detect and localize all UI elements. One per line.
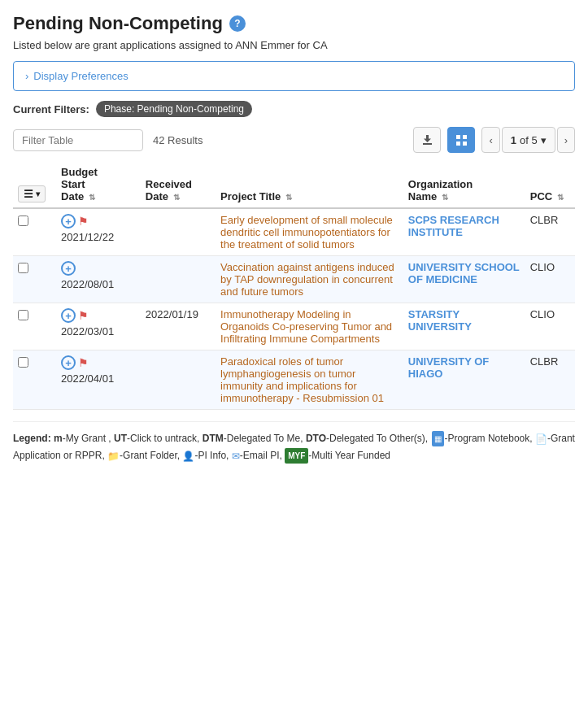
add-icon[interactable]: + [61, 355, 76, 370]
row-checkbox[interactable] [18, 310, 28, 320]
svg-rect-0 [423, 143, 432, 145]
myf-badge: MYF [285, 448, 308, 464]
phase-filter-badge[interactable]: Phase: Pending Non-Competing [96, 101, 252, 117]
row-checkbox[interactable] [18, 216, 28, 226]
row-check-cell [13, 256, 56, 303]
table-row: + ⚑ 2021/12/22 Early development of smal… [13, 208, 575, 256]
row-check-cell [13, 350, 56, 410]
col-header-org: OrganizationName ⇅ [403, 161, 525, 208]
grid-view-button[interactable] [447, 127, 475, 153]
col-header-budget: BudgetStartDate ⇅ [56, 161, 141, 208]
current-filters-label: Current Filters: [13, 103, 89, 115]
row-received-cell [141, 208, 216, 256]
project-title-link[interactable]: Early development of small molecule dend… [220, 214, 393, 250]
prev-page-button[interactable]: ‹ [481, 127, 499, 153]
add-icon[interactable]: + [61, 261, 76, 276]
col-header-received: ReceivedDate ⇅ [141, 161, 216, 208]
flag-icon[interactable]: ⚑ [78, 356, 89, 369]
table-row: + ⚑ 2022/03/01 2022/01/19 Immunotherapy … [13, 303, 575, 350]
row-title-cell: Vaccination against antigens induced by … [216, 256, 403, 303]
display-preferences-toggle[interactable]: › Display Preferences [13, 61, 575, 91]
grants-table: ☰ ▾ BudgetStartDate ⇅ ReceivedDate ⇅ Pro… [13, 161, 575, 410]
table-row: + ⚑ 2022/04/01 Paradoxical roles of tumo… [13, 350, 575, 410]
filter-table-input[interactable] [13, 129, 143, 151]
page-of-label: of 5 [520, 134, 538, 146]
svg-rect-2 [463, 135, 467, 139]
row-check-cell [13, 208, 56, 256]
subtitle: Listed below are grant applications assi… [13, 39, 575, 51]
row-org-cell: UNIVERSITY OF HIAGO [403, 350, 525, 410]
filters-row: Current Filters: Phase: Pending Non-Comp… [13, 101, 575, 117]
flag-icon[interactable]: ⚑ [78, 309, 89, 322]
help-icon[interactable]: ? [229, 15, 246, 32]
col-header-pcc: PCC ⇅ [525, 161, 575, 208]
col-header-title: Project Title ⇅ [216, 161, 403, 208]
row-checkbox[interactable] [18, 263, 28, 273]
row-pcc-cell: CLIO [525, 256, 575, 303]
row-received-cell [141, 350, 216, 410]
column-menu-button[interactable]: ☰ ▾ [18, 185, 46, 202]
chevron-down-icon: ▾ [541, 134, 547, 146]
download-button[interactable] [413, 127, 441, 153]
row-org-cell: UNIVERSITY SCHOOL OF MEDICINE [403, 256, 525, 303]
add-icon[interactable]: + [61, 214, 76, 229]
table-row: + 2022/08/01 Vaccination against antigen… [13, 256, 575, 303]
row-received-cell: 2022/01/19 [141, 303, 216, 350]
flag-icon[interactable]: ⚑ [78, 215, 89, 228]
org-name-link[interactable]: UNIVERSITY SCHOOL OF MEDICINE [408, 261, 520, 285]
budget-start-date-label: BudgetStartDate ⇅ [61, 166, 98, 202]
svg-rect-3 [456, 142, 460, 146]
budget-start-date: 2022/08/01 [61, 278, 114, 290]
current-page: 1 [511, 134, 516, 146]
pi-info-icon: 👤 [182, 451, 194, 462]
program-notebook-icon: ▦ [432, 431, 444, 446]
svg-rect-1 [456, 135, 460, 139]
add-icon[interactable]: + [61, 308, 76, 323]
pcc-label: PCC ⇅ [530, 190, 564, 202]
budget-start-date: 2022/03/01 [61, 325, 114, 337]
row-title-cell: Immunotherapy Modeling in Organoids Co-p… [216, 303, 403, 350]
budget-start-date: 2022/04/01 [61, 372, 114, 385]
project-title-link[interactable]: Immunotherapy Modeling in Organoids Co-p… [220, 308, 392, 345]
row-pcc-cell: CLIO [525, 303, 575, 350]
org-name-link[interactable]: UNIVERSITY OF HIAGO [408, 355, 489, 380]
grant-app-icon: 📄 [535, 433, 547, 445]
row-pcc-cell: CLBR [525, 208, 575, 256]
org-name-label: OrganizationName ⇅ [408, 178, 473, 202]
row-pcc-cell: CLBR [525, 350, 575, 410]
display-preferences-label: Display Preferences [33, 70, 128, 82]
toolbar: 42 Results ‹ 1 of 5 ▾ › [13, 127, 575, 153]
row-check-cell [13, 303, 56, 350]
chevron-right-icon: › [25, 70, 28, 82]
project-title-label: Project Title ⇅ [220, 190, 292, 202]
svg-rect-4 [463, 142, 467, 146]
grant-folder-icon: 📁 [107, 451, 120, 462]
legend-text: Legend: m-My Grant , UT-Click to untrack… [13, 433, 575, 461]
received-date-label: ReceivedDate ⇅ [146, 178, 192, 202]
row-checkbox[interactable] [18, 357, 28, 368]
project-title-link[interactable]: Vaccination against antigens induced by … [220, 261, 394, 298]
row-budget-cell: + ⚑ 2022/04/01 [56, 350, 141, 410]
col-header-check: ☰ ▾ [13, 161, 56, 208]
page-info: 1 of 5 ▾ [502, 127, 555, 153]
page-header: Pending Non-Competing ? [13, 13, 575, 34]
pagination: ‹ 1 of 5 ▾ › [481, 127, 575, 153]
budget-start-date: 2021/12/22 [61, 231, 114, 243]
next-page-button[interactable]: › [557, 127, 575, 153]
row-budget-cell: + ⚑ 2021/12/22 [56, 208, 141, 256]
row-budget-cell: + ⚑ 2022/03/01 [56, 303, 141, 350]
row-budget-cell: + 2022/08/01 [56, 256, 141, 303]
row-org-cell: SCPS RESEARCH INSTITUTE [403, 208, 525, 256]
page-title: Pending Non-Competing [13, 13, 223, 34]
row-org-cell: STARSITY UNIVERSITY [403, 303, 525, 350]
row-title-cell: Early development of small molecule dend… [216, 208, 403, 256]
org-name-link[interactable]: STARSITY UNIVERSITY [408, 308, 472, 333]
legend: Legend: m-My Grant , UT-Click to untrack… [13, 421, 575, 464]
project-title-link[interactable]: Paradoxical roles of tumor lymphangiogen… [220, 355, 384, 404]
row-title-cell: Paradoxical roles of tumor lymphangiogen… [216, 350, 403, 410]
results-count: 42 Results [153, 134, 203, 146]
email-pi-icon: ✉ [232, 451, 240, 462]
row-received-cell [141, 256, 216, 303]
org-name-link[interactable]: SCPS RESEARCH INSTITUTE [408, 214, 499, 238]
